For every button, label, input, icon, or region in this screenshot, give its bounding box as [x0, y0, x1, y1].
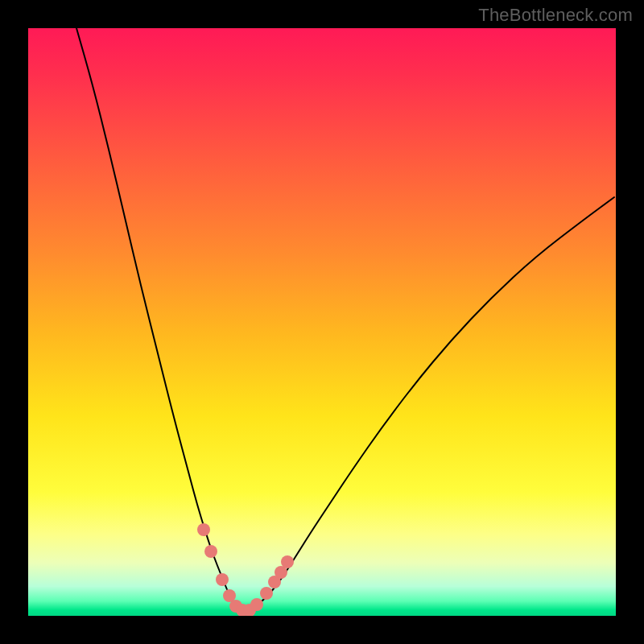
- bottleneck-curve: [76, 28, 614, 610]
- marker-dot: [216, 573, 229, 586]
- optimal-zone-markers: [197, 523, 294, 616]
- marker-dot: [260, 587, 273, 600]
- marker-dot: [197, 523, 210, 536]
- chart-frame: TheBottleneck.com: [0, 0, 644, 644]
- watermark-text: TheBottleneck.com: [478, 5, 633, 26]
- marker-dot: [204, 545, 217, 558]
- curve-svg: [28, 28, 616, 616]
- marker-dot: [281, 555, 294, 568]
- plot-area: [28, 28, 616, 616]
- marker-dot: [250, 598, 263, 611]
